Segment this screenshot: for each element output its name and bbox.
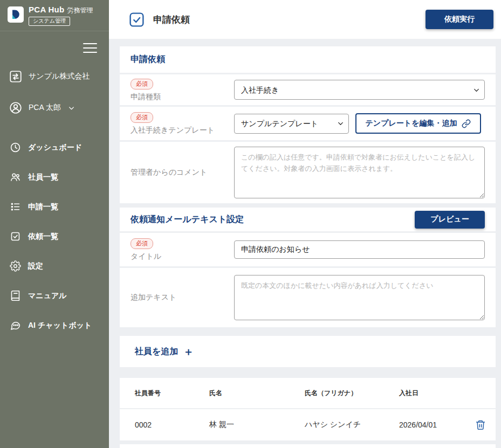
cell-kana: ハヤシ シンイチ — [305, 420, 399, 430]
trash-icon — [475, 419, 486, 430]
requests-icon — [10, 231, 21, 242]
request-type-select[interactable]: 入社手続き — [234, 80, 485, 100]
add-employee-header: 社員を追加 ＋ — [120, 336, 496, 367]
delete-row-button[interactable] — [474, 418, 487, 431]
col-header-kana: 氏名（フリガナ） — [305, 389, 399, 398]
request-section-header: 申請依頼 — [120, 46, 496, 73]
sidebar-item-employees[interactable]: 社員一覧 — [0, 162, 109, 192]
user-avatar-icon — [9, 101, 23, 115]
sidebar-item-label: 依頼一覧 — [28, 232, 58, 242]
table-row: 0002 林 親一 ハヤシ シンイチ 2026/04/01 — [120, 408, 496, 440]
col-header-employee-number: 社員番号 — [135, 389, 209, 398]
request-type-label: 申請種類 — [131, 92, 234, 102]
company-selector[interactable]: サンプル株式会社 — [0, 64, 109, 89]
user-menu[interactable]: PCA 太郎 — [0, 95, 109, 121]
content: 申請依頼 必須 申請種類 入社手続き 必須 入社 — [109, 39, 501, 448]
sidebar-item-label: 申請一覧 — [28, 202, 58, 212]
employees-icon — [10, 171, 21, 183]
main-area: 申請依頼 依頼実行 申請依頼 必須 申請種類 入社手続き — [109, 0, 501, 448]
mail-section-heading: 依頼通知メールテキスト設定 — [131, 214, 244, 225]
sidebar-item-requests[interactable]: 依頼一覧 — [0, 222, 109, 251]
admin-comment-textarea[interactable] — [234, 147, 485, 198]
request-type-row: 必須 申請種類 入社手続き — [120, 74, 496, 105]
page-header: 申請依頼 依頼実行 — [109, 0, 501, 39]
sidebar-item-label: マニュアル — [28, 291, 67, 301]
manual-icon — [10, 290, 21, 301]
applications-icon — [10, 201, 21, 212]
user-name: PCA 太郎 — [29, 103, 61, 113]
cell-name: 林 親一 — [209, 420, 305, 430]
sidebar-item-ai-chatbot[interactable]: AI チャットボット — [0, 311, 109, 340]
mail-title-input[interactable] — [234, 240, 485, 259]
settings-icon — [10, 260, 21, 272]
hamburger-menu-icon[interactable] — [83, 40, 97, 56]
sidebar-item-label: ダッシュボード — [28, 143, 82, 153]
sidebar: PCA Hub 労務管理 システム管理 サンプル株式会社 PCA 太郎 ダッシュ… — [0, 0, 109, 448]
company-name: サンプル株式会社 — [29, 72, 90, 81]
add-employee-heading: 社員を追加 — [135, 346, 178, 357]
mail-section-header: 依頼通知メールテキスト設定 プレビュー — [120, 208, 496, 231]
sidebar-item-manual[interactable]: マニュアル — [0, 281, 109, 311]
admin-comment-label: 管理者からのコメント — [131, 168, 234, 177]
brand-name: PCA Hub — [29, 5, 65, 14]
cell-employee-number: 0002 — [135, 421, 209, 429]
preview-button[interactable]: プレビュー — [415, 211, 485, 229]
employee-table-header: 社員番号 氏名 氏名（フリガナ） 入社日 — [120, 378, 496, 408]
template-row: 必須 入社手続きテンプレート サンプルテンプレート テンプレートを編集・追加 — [120, 107, 496, 140]
dashboard-icon — [10, 142, 21, 153]
admin-comment-row: 管理者からのコメント — [120, 142, 496, 203]
execute-request-button[interactable]: 依頼実行 — [425, 10, 493, 29]
link-icon — [462, 119, 471, 128]
required-badge: 必須 — [131, 79, 153, 89]
sidebar-item-label: 設定 — [28, 261, 43, 271]
required-badge: 必須 — [131, 112, 153, 123]
brand: PCA Hub 労務管理 システム管理 — [0, 0, 109, 31]
cell-hire-date: 2026/04/01 — [399, 421, 465, 429]
sidebar-item-settings[interactable]: 設定 — [0, 251, 109, 281]
brand-product: 労務管理 — [67, 6, 93, 15]
sidebar-item-applications[interactable]: 申請一覧 — [0, 192, 109, 222]
system-admin-badge: システム管理 — [29, 17, 70, 26]
template-select[interactable]: サンプルテンプレート — [234, 114, 349, 134]
required-badge: 必須 — [131, 238, 153, 249]
chatbot-icon — [10, 320, 21, 331]
edit-template-button[interactable]: テンプレートを編集・追加 — [355, 113, 481, 134]
sidebar-nav: ダッシュボード 社員一覧 申請一覧 依頼一覧 設定 — [0, 133, 109, 340]
company-switch-icon — [9, 70, 23, 84]
pca-logo-icon — [8, 6, 24, 25]
col-header-name: 氏名 — [209, 389, 305, 398]
edit-template-label: テンプレートを編集・追加 — [366, 119, 457, 128]
template-label: 入社手続きテンプレート — [131, 126, 234, 135]
page-title-icon — [128, 11, 145, 28]
mail-extra-label: 追加テキスト — [131, 293, 234, 302]
page-title: 申請依頼 — [153, 13, 190, 26]
request-section-heading: 申請依頼 — [131, 54, 165, 65]
next-section-edge — [120, 444, 496, 448]
sidebar-item-dashboard[interactable]: ダッシュボード — [0, 133, 109, 162]
sidebar-item-label: AI チャットボット — [28, 321, 92, 330]
mail-title-row: 必須 タイトル — [120, 233, 496, 266]
mail-extra-row: 追加テキスト — [120, 268, 496, 327]
col-header-hire-date: 入社日 — [399, 389, 465, 398]
mail-extra-textarea[interactable] — [234, 275, 485, 320]
chevron-down-icon — [68, 105, 75, 112]
employee-table: 社員番号 氏名 氏名（フリガナ） 入社日 0002 林 親一 ハヤシ シンイチ … — [120, 378, 496, 440]
mail-title-label: タイトル — [131, 252, 234, 261]
add-employee-plus-icon[interactable]: ＋ — [183, 344, 194, 359]
sidebar-item-label: 社員一覧 — [28, 173, 58, 182]
